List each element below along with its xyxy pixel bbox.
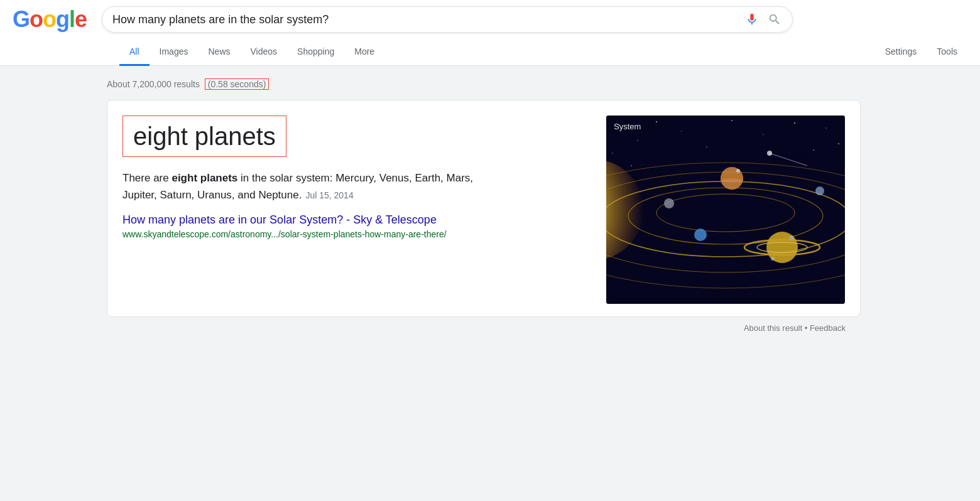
google-logo[interactable]: Google <box>13 6 87 33</box>
svg-point-3 <box>656 121 657 122</box>
main-content: About 7,200,000 results (0.58 seconds) e… <box>0 66 980 345</box>
svg-point-11 <box>631 165 632 166</box>
svg-point-27 <box>664 198 674 208</box>
about-result: About this result • Feedback <box>107 323 861 333</box>
svg-point-13 <box>813 149 814 151</box>
svg-point-26 <box>721 178 743 182</box>
logo-letter-e: e <box>75 6 87 33</box>
snippet-answer-box: eight planets <box>122 116 286 157</box>
desc-bold: eight planets <box>172 172 237 184</box>
tab-all[interactable]: All <box>119 39 150 66</box>
tab-images[interactable]: Images <box>150 39 199 66</box>
snippet-link[interactable]: How many planets are in our Solar System… <box>122 213 594 227</box>
solar-system-image: System <box>606 116 845 304</box>
logo-letter-l: l <box>69 6 75 33</box>
header-top: Google <box>13 6 967 39</box>
search-icons <box>744 12 782 27</box>
snippet-date: Jul 15, 2014 <box>305 190 353 200</box>
separator: • <box>805 323 810 333</box>
svg-point-10 <box>612 153 613 154</box>
svg-point-12 <box>706 146 707 148</box>
search-input[interactable] <box>112 13 744 26</box>
snippet-content: eight planets There are eight planets in… <box>122 116 594 239</box>
svg-text:System: System <box>614 122 641 131</box>
tab-shopping[interactable]: Shopping <box>287 39 344 66</box>
tab-settings[interactable]: Settings <box>875 39 927 66</box>
featured-snippet: eight planets There are eight planets in… <box>107 100 861 317</box>
svg-point-5 <box>731 120 732 121</box>
svg-point-9 <box>838 143 839 144</box>
tab-news[interactable]: News <box>198 39 240 66</box>
results-count: About 7,200,000 results <box>107 79 200 89</box>
results-time: (0.58 seconds) <box>205 78 270 90</box>
search-icon[interactable] <box>767 12 782 27</box>
svg-point-4 <box>681 131 682 131</box>
about-result-link[interactable]: About this result <box>744 323 802 333</box>
feedback-link[interactable]: Feedback <box>810 323 846 333</box>
snippet-answer-text: eight planets <box>133 122 276 150</box>
nav-tabs: All Images News Videos Shopping More Set… <box>13 39 967 65</box>
logo-letter-o2: o <box>43 6 56 33</box>
search-bar[interactable] <box>102 6 793 33</box>
desc-before: There are <box>122 172 172 184</box>
snippet-description: There are eight planets in the solar sys… <box>122 170 499 203</box>
logo-letter-g2: g <box>56 6 69 33</box>
tab-tools[interactable]: Tools <box>927 39 967 66</box>
nav-right: Settings Tools <box>875 39 967 65</box>
header: Google All Images <box>0 0 980 66</box>
tab-more[interactable]: More <box>344 39 384 66</box>
logo-letter-o1: o <box>30 6 43 33</box>
svg-point-6 <box>763 134 764 135</box>
svg-point-7 <box>794 122 795 124</box>
svg-point-31 <box>767 151 772 156</box>
tab-videos[interactable]: Videos <box>241 39 288 66</box>
svg-point-34 <box>771 257 775 261</box>
logo-letter-g: G <box>13 6 30 33</box>
microphone-icon[interactable] <box>744 12 760 27</box>
svg-point-28 <box>694 229 707 241</box>
svg-point-8 <box>825 127 826 128</box>
svg-point-32 <box>736 169 740 173</box>
svg-point-29 <box>815 186 824 195</box>
snippet-url: www.skyandtelescope.com/astronomy.../sol… <box>122 229 594 239</box>
svg-point-2 <box>637 140 638 141</box>
results-info: About 7,200,000 results (0.58 seconds) <box>107 78 980 90</box>
svg-point-33 <box>789 235 794 240</box>
